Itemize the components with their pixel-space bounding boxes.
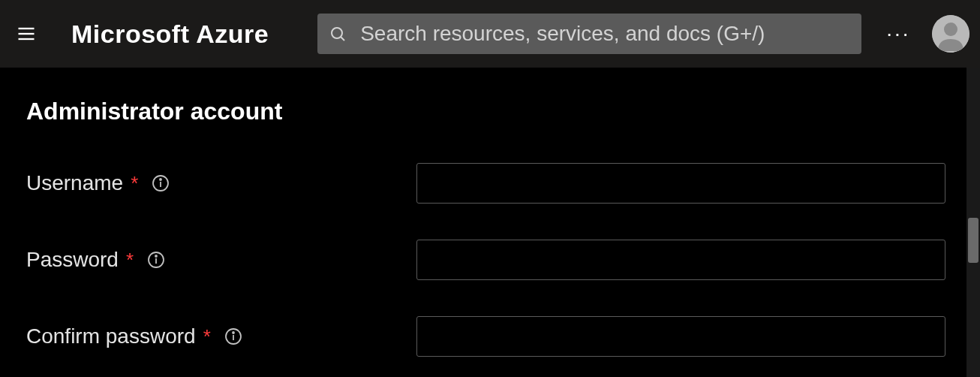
scrollbar-thumb[interactable] — [968, 218, 978, 263]
username-label: Username — [26, 171, 123, 195]
scrollbar-track[interactable] — [966, 68, 980, 377]
required-asterisk: * — [131, 172, 138, 195]
confirm-password-input[interactable] — [416, 316, 945, 357]
section-title: Administrator account — [26, 98, 954, 125]
form-row-password: Password * — [26, 240, 954, 280]
svg-point-3 — [332, 28, 342, 38]
content-area: Administrator account Username * Passwor… — [0, 68, 980, 377]
search-input[interactable] — [360, 22, 850, 46]
form-row-confirm-password: Confirm password * — [26, 316, 954, 357]
form-label-group: Password * — [26, 248, 416, 272]
required-asterisk: * — [203, 325, 211, 348]
svg-line-4 — [341, 37, 344, 41]
confirm-password-label: Confirm password — [26, 324, 196, 348]
password-input[interactable] — [416, 240, 945, 280]
hamburger-icon — [16, 23, 37, 44]
search-box[interactable] — [317, 14, 861, 54]
svg-point-9 — [160, 179, 161, 180]
form-label-group: Confirm password * — [26, 324, 416, 348]
svg-point-12 — [155, 255, 157, 257]
more-button[interactable]: ··· — [880, 22, 916, 46]
info-icon[interactable] — [147, 251, 165, 269]
top-bar: Microsoft Azure ··· — [0, 0, 980, 68]
form-label-group: Username * — [26, 171, 416, 195]
brand-title[interactable]: Microsoft Azure — [71, 20, 269, 49]
svg-point-6 — [944, 23, 957, 36]
required-asterisk: * — [126, 249, 134, 272]
password-label: Password — [26, 248, 119, 272]
avatar[interactable] — [932, 15, 969, 53]
hamburger-menu-button[interactable] — [11, 19, 41, 49]
search-icon — [329, 25, 347, 43]
user-avatar-icon — [932, 15, 969, 53]
username-input[interactable] — [416, 163, 945, 204]
svg-point-15 — [233, 332, 234, 333]
info-icon[interactable] — [224, 327, 242, 345]
form-row-username: Username * — [26, 163, 954, 204]
info-icon[interactable] — [152, 174, 170, 192]
